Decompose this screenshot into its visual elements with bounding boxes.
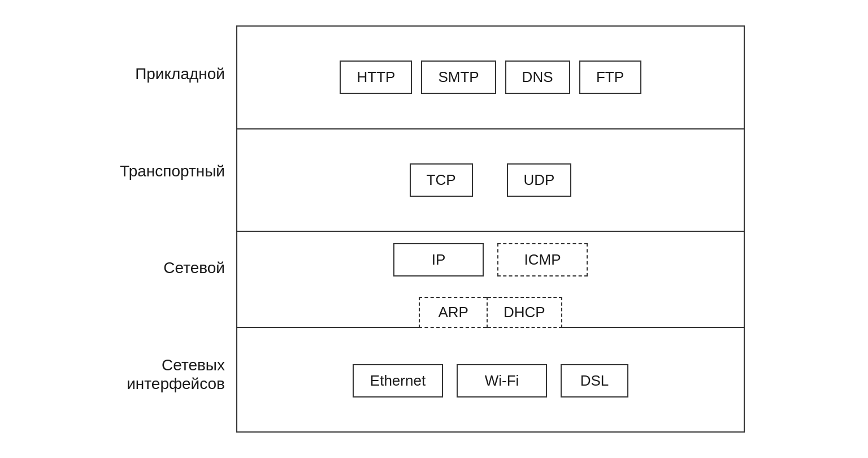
- label-interface: Сетевых интерфейсов: [123, 356, 225, 394]
- protocol-http: HTTP: [340, 61, 412, 94]
- network-top-protocols: IP ICMP: [251, 243, 730, 276]
- label-application: Прикладной: [123, 64, 225, 84]
- transport-protocols: TCP UDP: [251, 163, 730, 197]
- label-transport: Транспортный: [123, 162, 225, 181]
- protocol-udp: UDP: [507, 163, 572, 197]
- protocol-icmp: ICMP: [497, 243, 588, 276]
- protocol-wifi: Wi-Fi: [457, 364, 547, 397]
- protocol-smtp: SMTP: [421, 61, 496, 94]
- boundary-protocols-wrapper: ARP DHCP: [251, 297, 730, 328]
- transport-layer-row: TCP UDP: [237, 129, 744, 232]
- protocol-ethernet: Ethernet: [353, 364, 443, 397]
- arp-dhcp-container: ARP DHCP: [419, 297, 562, 328]
- interface-layer-row: Ethernet Wi-Fi DSL: [237, 328, 744, 432]
- protocol-dns: DNS: [505, 61, 570, 94]
- interface-protocols: Ethernet Wi-Fi DSL: [251, 364, 730, 397]
- protocol-arp: ARP: [419, 297, 486, 328]
- protocol-grid: HTTP SMTP DNS FTP TCP UDP: [236, 25, 745, 433]
- protocol-ip: IP: [393, 243, 484, 276]
- network-model-diagram: Прикладной Транспортный Сетевой Сетевых …: [123, 25, 745, 433]
- application-protocols: HTTP SMTP DNS FTP: [251, 61, 730, 94]
- application-layer-row: HTTP SMTP DNS FTP: [237, 27, 744, 129]
- protocol-dhcp: DHCP: [488, 297, 562, 328]
- network-layer-row: IP ICMP ARP DHCP: [237, 232, 744, 328]
- protocol-tcp: TCP: [410, 163, 473, 197]
- protocol-dsl: DSL: [561, 364, 628, 397]
- label-network: Сетевой: [123, 258, 225, 278]
- layer-labels: Прикладной Транспортный Сетевой Сетевых …: [123, 25, 236, 433]
- protocol-ftp: FTP: [579, 61, 641, 94]
